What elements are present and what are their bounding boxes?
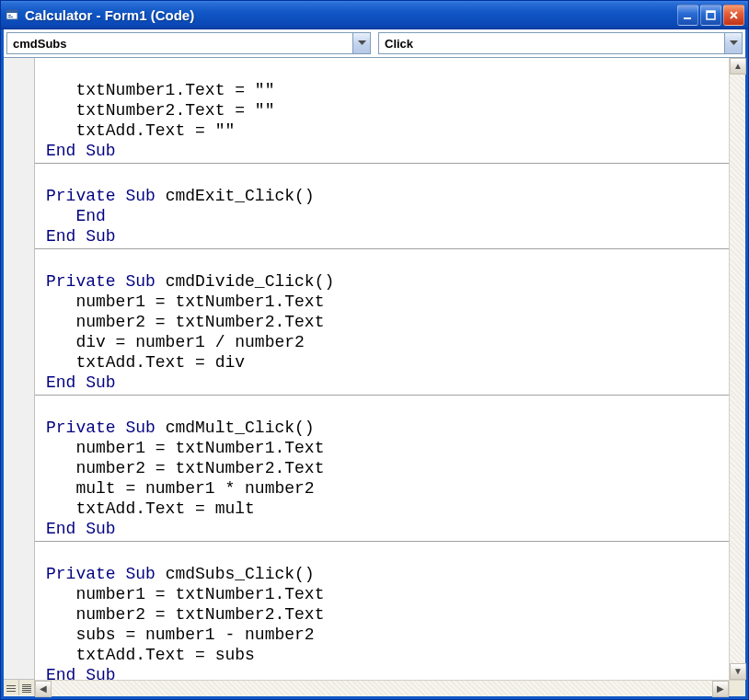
code-line: number2 = txtNumber2.Text: [46, 313, 324, 331]
svg-rect-1: [6, 10, 17, 13]
svg-rect-12: [22, 688, 31, 689]
procedure-combobox-value: Click: [385, 37, 413, 51]
code-keyword: End Sub: [46, 142, 116, 160]
code-line: mult = number1 * number2: [46, 479, 315, 498]
minimize-button[interactable]: [677, 5, 698, 26]
procedure-separator: [35, 541, 729, 542]
code-keyword: Private Sub: [46, 187, 156, 205]
svg-rect-6: [707, 11, 715, 13]
procedure-separator: [35, 395, 729, 396]
code-pane[interactable]: txtNumber1.Text = "" txtNumber2.Text = "…: [35, 58, 729, 680]
procedure-separator: [35, 248, 729, 249]
code-line: txtAdd.Text = "": [46, 121, 235, 140]
code-keyword: End Sub: [46, 227, 116, 246]
arrow-down-icon: ▼: [733, 667, 743, 676]
object-combobox[interactable]: cmdSubs: [6, 32, 371, 54]
svg-rect-7: [6, 685, 16, 686]
code-ident: cmdDivide_Click(): [156, 272, 334, 291]
code-line: div = number1 / number2: [46, 333, 305, 351]
svg-rect-11: [22, 686, 31, 687]
window-controls: [677, 5, 744, 26]
scrollbar-corner: [729, 680, 745, 696]
vertical-scrollbar[interactable]: ▲ ▼: [729, 58, 745, 680]
svg-rect-8: [6, 688, 16, 689]
svg-rect-10: [22, 684, 31, 685]
code-line: number1 = txtNumber1.Text: [46, 439, 324, 457]
code-keyword: End Sub: [46, 666, 116, 680]
code-keyword: Private Sub: [46, 272, 156, 291]
maximize-button[interactable]: [700, 5, 721, 26]
code-line: subs = number1 - number2: [46, 625, 315, 644]
code-content[interactable]: txtNumber1.Text = "" txtNumber2.Text = "…: [35, 58, 729, 680]
code-keyword: Private Sub: [46, 565, 156, 583]
scroll-left-button[interactable]: ◀: [35, 681, 52, 697]
app-icon: [5, 7, 19, 22]
object-combobox-value: cmdSubs: [13, 37, 67, 51]
code-line: txtNumber1.Text = "": [46, 81, 274, 99]
scroll-down-button[interactable]: ▼: [730, 663, 746, 680]
code-line: txtAdd.Text = div: [46, 353, 245, 372]
code-keyword: End: [46, 207, 106, 225]
code-line: txtAdd.Text = mult: [46, 499, 255, 518]
svg-rect-4: [684, 17, 691, 19]
close-button[interactable]: [723, 5, 744, 26]
scroll-right-button[interactable]: ▶: [712, 681, 729, 697]
scroll-up-button[interactable]: ▲: [730, 58, 746, 75]
code-editor: txtNumber1.Text = "" txtNumber2.Text = "…: [4, 58, 745, 696]
code-navigator-bar: cmdSubs Click: [4, 29, 745, 58]
chevron-down-icon[interactable]: [724, 33, 742, 53]
scroll-track[interactable]: [730, 75, 745, 663]
procedure-separator: [35, 163, 729, 164]
window-title: Calculator - Form1 (Code): [25, 7, 677, 23]
svg-rect-13: [22, 690, 31, 691]
code-line: number2 = txtNumber2.Text: [46, 459, 324, 477]
window-frame: Calculator - Form1 (Code) cmdSubs Clic: [0, 0, 749, 700]
code-keyword: End Sub: [46, 373, 116, 392]
code-keyword: End Sub: [46, 520, 116, 538]
margin-indicator-bar[interactable]: [4, 58, 35, 696]
arrow-left-icon: ◀: [40, 684, 47, 694]
svg-rect-5: [707, 11, 715, 19]
code-ident: cmdExit_Click(): [156, 187, 315, 205]
horizontal-scrollbar[interactable]: ◀ ▶: [35, 680, 729, 696]
view-switch-buttons: [4, 679, 35, 696]
code-line: txtAdd.Text = subs: [46, 646, 255, 664]
arrow-right-icon: ▶: [717, 684, 724, 694]
client-area: cmdSubs Click: [1, 29, 748, 699]
code-line: number1 = txtNumber1.Text: [46, 585, 324, 603]
code-line: txtNumber2.Text = "": [46, 101, 274, 120]
code-line: number1 = txtNumber1.Text: [46, 293, 324, 311]
full-module-view-button[interactable]: [19, 680, 35, 695]
scroll-track[interactable]: [52, 681, 712, 696]
svg-rect-14: [22, 692, 31, 693]
code-keyword: Private Sub: [46, 419, 156, 437]
svg-rect-9: [6, 691, 16, 692]
code-ident: cmdMult_Click(): [156, 419, 315, 437]
svg-rect-2: [8, 15, 11, 16]
arrow-up-icon: ▲: [733, 62, 743, 71]
procedure-combobox[interactable]: Click: [378, 32, 743, 54]
procedure-view-button[interactable]: [4, 680, 19, 695]
code-ident: cmdSubs_Click(): [156, 565, 315, 583]
svg-rect-3: [8, 17, 13, 17]
titlebar[interactable]: Calculator - Form1 (Code): [1, 1, 748, 29]
chevron-down-icon[interactable]: [352, 33, 370, 53]
code-line: number2 = txtNumber2.Text: [46, 605, 324, 624]
